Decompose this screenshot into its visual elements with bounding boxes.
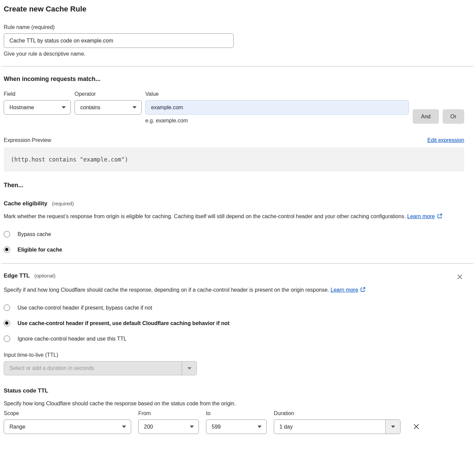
- optional-tag: (optional): [34, 273, 56, 279]
- chevron-down-icon: [132, 106, 137, 109]
- cache-eligibility-heading: Cache eligibility: [4, 200, 47, 207]
- expression-preview-label: Expression Preview: [4, 137, 51, 143]
- from-label: From: [138, 410, 199, 416]
- external-link-icon: [437, 212, 443, 222]
- radio-label: Use cache-control header if present, byp…: [18, 305, 152, 311]
- cache-eligibility-description-text: Mark whether the request’s response from…: [4, 213, 406, 219]
- radio-label: Use cache-control header if present, use…: [18, 320, 230, 326]
- operator-label: Operator: [75, 91, 142, 97]
- and-button[interactable]: And: [413, 109, 439, 124]
- value-help: e.g. example.com: [145, 118, 409, 124]
- field-label: Field: [4, 91, 71, 97]
- operator-select[interactable]: contains: [75, 100, 142, 115]
- from-select[interactable]: 200: [138, 419, 199, 434]
- rule-name-input[interactable]: [4, 33, 234, 48]
- radio-cache-control-default[interactable]: Use cache-control header if present, use…: [4, 320, 464, 326]
- value-input[interactable]: [145, 100, 409, 115]
- edit-expression-link[interactable]: Edit expression: [427, 137, 464, 143]
- duration-select-value: 1 day: [274, 420, 385, 434]
- expression-preview-header: Expression Preview Edit expression: [4, 137, 464, 143]
- edge-ttl-heading: Edge TTL: [4, 272, 30, 279]
- operator-select-value: contains: [80, 105, 100, 111]
- cache-eligibility-header: Cache eligibility (required): [4, 200, 464, 207]
- chevron-down-icon: [258, 426, 262, 428]
- match-condition-row: Field Hostname Operator contains Value e…: [4, 91, 464, 124]
- edge-ttl-description: Specify if and how long Cloudflare shoul…: [4, 285, 375, 295]
- radio-label: Eligible for cache: [18, 247, 62, 253]
- radio-selected-icon[interactable]: [4, 320, 10, 326]
- expression-preview-box: (http.host contains "example.com"): [4, 147, 464, 172]
- status-code-ttl-description: Specify how long Cloudflare should cache…: [4, 399, 464, 408]
- value-label: Value: [145, 91, 409, 97]
- page-title: Create new Cache Rule: [4, 5, 464, 13]
- edge-ttl-header: Edge TTL (optional): [4, 272, 464, 281]
- radio-icon[interactable]: [4, 231, 10, 237]
- scope-label: Scope: [4, 410, 131, 416]
- create-cache-rule-form: Create new Cache Rule Rule name (require…: [0, 0, 476, 444]
- ttl-duration-select[interactable]: Select or add a duration in seconds: [4, 361, 197, 375]
- cache-eligibility-description: Mark whether the request’s response from…: [4, 212, 464, 222]
- rule-name-help: Give your rule a descriptive name.: [4, 51, 464, 57]
- radio-bypass-cache[interactable]: Bypass cache: [4, 231, 464, 237]
- to-select-value: 599: [212, 424, 221, 430]
- ttl-duration-placeholder: Select or add a duration in seconds: [4, 361, 182, 375]
- duration-select[interactable]: 1 day: [274, 419, 400, 434]
- chevron-down-icon: [385, 420, 400, 434]
- radio-eligible-for-cache[interactable]: Eligible for cache: [4, 246, 464, 253]
- radio-icon[interactable]: [4, 336, 10, 342]
- scope-select[interactable]: Range: [4, 419, 131, 434]
- status-code-ttl-row: Scope Range From 200 to 599 Duration 1 d…: [4, 410, 464, 434]
- match-heading: When incoming requests match...: [4, 76, 464, 83]
- radio-selected-icon[interactable]: [4, 246, 10, 253]
- duration-label: Duration: [274, 410, 400, 416]
- radio-cache-control-bypass[interactable]: Use cache-control header if present, byp…: [4, 304, 464, 311]
- field-select-value: Hostname: [9, 105, 34, 111]
- scope-select-value: Range: [9, 424, 25, 430]
- external-link-icon: [360, 286, 366, 295]
- to-select[interactable]: 599: [206, 419, 267, 434]
- radio-label: Ignore cache-control header and use this…: [18, 336, 126, 342]
- radio-ignore-cache-control[interactable]: Ignore cache-control header and use this…: [4, 336, 464, 342]
- chevron-down-icon: [190, 426, 194, 428]
- remove-row-icon[interactable]: [412, 423, 420, 434]
- learn-more-link[interactable]: Learn more: [331, 287, 358, 293]
- required-tag: (required): [52, 201, 74, 206]
- chevron-down-icon: [62, 106, 66, 109]
- radio-label: Bypass cache: [18, 231, 51, 237]
- close-icon[interactable]: [455, 272, 464, 281]
- section-divider: [1, 66, 473, 66]
- or-button[interactable]: Or: [443, 109, 464, 124]
- learn-more-link[interactable]: Learn more: [407, 213, 435, 219]
- edge-ttl-description-text: Specify if and how long Cloudflare shoul…: [4, 287, 329, 293]
- ttl-input-label: Input time-to-live (TTL): [4, 352, 464, 358]
- then-heading: Then...: [4, 182, 464, 189]
- radio-icon[interactable]: [4, 304, 10, 311]
- rule-name-label: Rule name (required): [4, 24, 464, 30]
- section-divider: [1, 263, 473, 264]
- from-select-value: 200: [144, 424, 153, 430]
- chevron-down-icon: [122, 426, 126, 428]
- expression-code: (http.host contains "example.com"): [11, 156, 128, 163]
- to-label: to: [206, 410, 267, 416]
- chevron-down-icon: [182, 361, 197, 375]
- status-code-ttl-heading: Status code TTL: [4, 387, 464, 394]
- field-select[interactable]: Hostname: [4, 100, 71, 115]
